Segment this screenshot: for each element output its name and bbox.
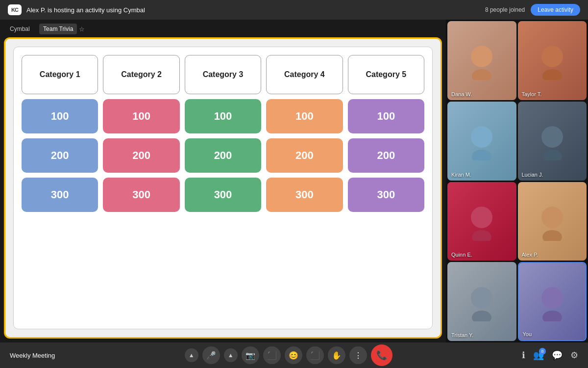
svg-point-15 (542, 311, 562, 321)
participant-name-alex: Alex P. (522, 252, 538, 258)
tab-separator (36, 26, 37, 32)
cam-chevron-up[interactable]: ▲ (224, 348, 238, 362)
main-area: Cymbal Team Trivia ☆ Category 1100200300… (0, 20, 588, 342)
trivia-column-5: Category 5100200300 (348, 55, 424, 321)
trivia-card-5-100[interactable]: 100 (348, 99, 424, 133)
category-header-2: Category 2 (103, 55, 179, 94)
svg-point-0 (471, 46, 492, 67)
svg-point-4 (471, 126, 492, 148)
more-options-button[interactable]: ⋮ (349, 346, 367, 364)
participant-bg-dana (447, 21, 516, 100)
participant-bg-kiran (447, 102, 516, 181)
trivia-card-3-100[interactable]: 100 (185, 99, 261, 133)
trivia-card-4-200[interactable]: 200 (266, 138, 343, 173)
participant-tile-alex: Alex P. (518, 182, 587, 261)
present-button[interactable]: ⬛ (263, 346, 281, 364)
trivia-card-2-200[interactable]: 200 (103, 138, 179, 173)
left-panel: Cymbal Team Trivia ☆ Category 1100200300… (0, 20, 446, 342)
top-bar-left: KC Alex P. is hosting an activity using … (8, 4, 145, 15)
participant-name-dana: Dana W. (451, 91, 472, 97)
star-icon[interactable]: ☆ (79, 26, 85, 33)
participant-name-lucian: Lucian J. (522, 172, 543, 178)
trivia-card-1-100[interactable]: 100 (22, 99, 98, 133)
activity-container: Category 1100200300Category 2100200300Ca… (4, 37, 442, 339)
people-count: 8 people joined (485, 6, 525, 13)
logo-icon: KC (8, 4, 22, 15)
svg-point-1 (472, 69, 491, 80)
trivia-card-3-200[interactable]: 200 (185, 138, 261, 173)
participant-tile-you: You (518, 262, 587, 341)
trivia-column-2: Category 2100200300 (103, 55, 179, 321)
trivia-column-3: Category 3100200300 (185, 55, 261, 321)
end-call-button[interactable]: 📞 (371, 344, 392, 366)
meeting-name: Weekly Meeting (10, 352, 55, 359)
leave-activity-button[interactable]: Leave activity (531, 4, 580, 16)
svg-point-14 (541, 287, 563, 309)
category-header-3: Category 3 (185, 55, 261, 94)
category-header-5: Category 5 (348, 55, 424, 94)
trivia-card-4-300[interactable]: 300 (266, 178, 343, 212)
participant-tile-dana: Dana W. (447, 21, 516, 100)
participant-tile-lucian: Lucian J. (518, 102, 587, 181)
trivia-card-3-300[interactable]: 300 (185, 178, 261, 212)
tab-team-trivia[interactable]: Team Trivia (39, 24, 77, 34)
participant-bg-quinn (447, 182, 516, 261)
activity-title: Alex P. is hosting an activity using Cym… (26, 6, 145, 14)
trivia-card-5-200[interactable]: 200 (348, 138, 424, 173)
people-button[interactable]: 👥 8 (533, 350, 544, 361)
svg-point-7 (542, 150, 562, 160)
top-bar: KC Alex P. is hosting an activity using … (0, 0, 588, 20)
participant-tile-taylor: Taylor T. (518, 21, 587, 100)
mic-button[interactable]: 🎤 (202, 346, 220, 364)
emoji-button[interactable]: 😊 (285, 346, 302, 364)
participant-grid: Dana W.Taylor T.Kiran M.Lucian J.Quinn E… (446, 20, 588, 342)
participant-bg-taylor (518, 21, 587, 100)
trivia-card-2-100[interactable]: 100 (103, 99, 179, 133)
participant-name-tristan: Tristan Y. (451, 332, 473, 338)
trivia-card-5-300[interactable]: 300 (348, 178, 424, 212)
caption-button[interactable]: ⬛ (306, 346, 324, 364)
bottom-bar: Weekly Meeting ▲ 🎤 ▲ 📷 ⬛ 😊 ⬛ ✋ ⋮ 📞 ℹ 👥 8… (0, 342, 588, 368)
participant-tile-tristan: Tristan Y. (447, 262, 516, 341)
controls-right: ℹ 👥 8 💬 ⚙ (522, 350, 578, 361)
trivia-column-1: Category 1100200300 (22, 55, 98, 321)
svg-point-12 (471, 287, 492, 309)
participant-tile-kiran: Kiran M. (447, 102, 516, 181)
controls-center: ▲ 🎤 ▲ 📷 ⬛ 😊 ⬛ ✋ ⋮ 📞 (185, 344, 392, 366)
svg-point-9 (472, 230, 491, 241)
trivia-card-1-300[interactable]: 300 (22, 178, 98, 212)
participant-bg-you (519, 263, 586, 340)
svg-point-11 (542, 230, 562, 241)
info-button[interactable]: ℹ (522, 350, 525, 361)
trivia-card-2-300[interactable]: 300 (103, 178, 179, 212)
tab-cymbal[interactable]: Cymbal (6, 24, 34, 34)
svg-point-2 (541, 46, 563, 67)
trivia-card-1-200[interactable]: 200 (22, 138, 98, 173)
trivia-card-4-100[interactable]: 100 (266, 99, 343, 133)
participant-bg-tristan (447, 262, 516, 341)
svg-point-6 (541, 126, 563, 148)
participant-name-quinn: Quinn E. (451, 252, 472, 258)
participant-name-kiran: Kiran M. (451, 172, 471, 178)
category-header-1: Category 1 (22, 55, 98, 94)
chat-button[interactable]: 💬 (552, 350, 563, 361)
participant-name-taylor: Taylor T. (522, 91, 542, 97)
trivia-column-4: Category 4100200300 (266, 55, 343, 321)
svg-point-5 (472, 150, 491, 160)
participant-tile-quinn: Quinn E. (447, 182, 516, 261)
svg-point-10 (541, 207, 563, 228)
participant-bg-lucian (518, 102, 587, 181)
people-badge: 8 (539, 348, 546, 355)
settings-button[interactable]: ⚙ (570, 350, 578, 361)
mic-chevron-up[interactable]: ▲ (185, 348, 198, 362)
svg-point-13 (472, 311, 491, 321)
raise-hand-button[interactable]: ✋ (328, 346, 345, 364)
trivia-board: Category 1100200300Category 2100200300Ca… (13, 47, 433, 329)
participant-name-you: You (523, 331, 532, 337)
tab-bar: Cymbal Team Trivia ☆ (4, 24, 442, 34)
top-bar-right: 8 people joined Leave activity (485, 4, 580, 16)
svg-point-3 (542, 69, 562, 80)
participant-bg-alex (518, 182, 587, 261)
camera-button[interactable]: 📷 (242, 346, 259, 364)
category-header-4: Category 4 (266, 55, 343, 94)
